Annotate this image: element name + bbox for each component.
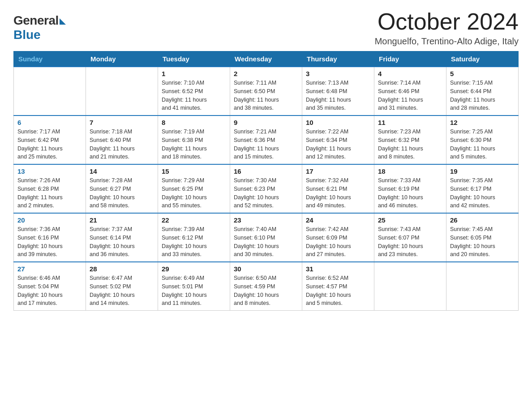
calendar-cell: 27Sunrise: 6:46 AM Sunset: 5:04 PM Dayli… <box>14 262 86 311</box>
day-number: 1 <box>162 70 226 77</box>
day-number: 30 <box>234 265 298 273</box>
day-number: 14 <box>90 167 154 175</box>
weekday-header-thursday: Thursday <box>302 51 374 67</box>
day-info: Sunrise: 7:19 AM Sunset: 6:38 PM Dayligh… <box>162 128 226 161</box>
weekday-header-sunday: Sunday <box>14 51 86 67</box>
day-number: 16 <box>234 167 298 175</box>
calendar-cell: 15Sunrise: 7:29 AM Sunset: 6:25 PM Dayli… <box>158 164 230 213</box>
calendar-cell <box>86 67 158 116</box>
day-info: Sunrise: 7:42 AM Sunset: 6:09 PM Dayligh… <box>306 225 370 259</box>
day-info: Sunrise: 7:17 AM Sunset: 6:42 PM Dayligh… <box>17 128 82 161</box>
day-info: Sunrise: 7:22 AM Sunset: 6:34 PM Dayligh… <box>306 128 370 161</box>
day-number: 23 <box>234 216 298 224</box>
day-info: Sunrise: 7:45 AM Sunset: 6:05 PM Dayligh… <box>450 225 515 259</box>
week-row-4: 20Sunrise: 7:36 AM Sunset: 6:16 PM Dayli… <box>14 213 519 262</box>
day-info: Sunrise: 6:47 AM Sunset: 5:02 PM Dayligh… <box>90 274 154 308</box>
calendar-cell: 18Sunrise: 7:33 AM Sunset: 6:19 PM Dayli… <box>374 164 446 213</box>
calendar-cell: 31Sunrise: 6:52 AM Sunset: 4:57 PM Dayli… <box>302 262 374 311</box>
weekday-header-monday: Monday <box>86 51 158 67</box>
day-info: Sunrise: 7:40 AM Sunset: 6:10 PM Dayligh… <box>234 225 298 259</box>
day-number: 12 <box>450 119 515 126</box>
page-header: General Blue October 2024 Monguelfo, Tre… <box>13 9 519 47</box>
day-info: Sunrise: 7:15 AM Sunset: 6:44 PM Dayligh… <box>450 79 515 112</box>
calendar-cell: 26Sunrise: 7:45 AM Sunset: 6:05 PM Dayli… <box>446 213 519 262</box>
calendar-cell: 28Sunrise: 6:47 AM Sunset: 5:02 PM Dayli… <box>86 262 158 311</box>
day-info: Sunrise: 7:32 AM Sunset: 6:21 PM Dayligh… <box>306 176 370 210</box>
calendar-cell: 10Sunrise: 7:22 AM Sunset: 6:34 PM Dayli… <box>302 116 374 164</box>
calendar-cell: 23Sunrise: 7:40 AM Sunset: 6:10 PM Dayli… <box>230 213 302 262</box>
calendar-cell: 9Sunrise: 7:21 AM Sunset: 6:36 PM Daylig… <box>230 116 302 164</box>
calendar-cell: 21Sunrise: 7:37 AM Sunset: 6:14 PM Dayli… <box>86 213 158 262</box>
calendar-cell: 22Sunrise: 7:39 AM Sunset: 6:12 PM Dayli… <box>158 213 230 262</box>
day-number: 22 <box>162 216 226 224</box>
day-info: Sunrise: 6:52 AM Sunset: 4:57 PM Dayligh… <box>306 274 370 308</box>
day-number: 26 <box>450 216 515 224</box>
calendar-cell: 2Sunrise: 7:11 AM Sunset: 6:50 PM Daylig… <box>230 67 302 116</box>
weekday-header-saturday: Saturday <box>446 51 519 67</box>
logo-general-text: General <box>13 13 59 28</box>
day-number: 18 <box>378 167 442 175</box>
day-info: Sunrise: 7:30 AM Sunset: 6:23 PM Dayligh… <box>234 176 298 210</box>
calendar-subtitle: Monguelfo, Trentino-Alto Adige, Italy <box>375 36 519 47</box>
day-info: Sunrise: 7:18 AM Sunset: 6:40 PM Dayligh… <box>90 128 154 161</box>
logo-blue-text: Blue <box>13 28 41 42</box>
calendar-table: SundayMondayTuesdayWednesdayThursdayFrid… <box>13 51 519 311</box>
day-info: Sunrise: 7:26 AM Sunset: 6:28 PM Dayligh… <box>17 176 82 210</box>
day-info: Sunrise: 7:33 AM Sunset: 6:19 PM Dayligh… <box>378 176 442 210</box>
day-info: Sunrise: 7:39 AM Sunset: 6:12 PM Dayligh… <box>162 225 226 259</box>
day-number: 2 <box>234 70 298 77</box>
day-number: 7 <box>90 119 154 126</box>
day-number: 19 <box>450 167 515 175</box>
day-number: 8 <box>162 119 226 126</box>
calendar-cell: 4Sunrise: 7:14 AM Sunset: 6:46 PM Daylig… <box>374 67 446 116</box>
day-number: 13 <box>17 167 82 175</box>
weekday-header-tuesday: Tuesday <box>158 51 230 67</box>
week-row-2: 6Sunrise: 7:17 AM Sunset: 6:42 PM Daylig… <box>14 116 519 164</box>
day-number: 10 <box>306 119 370 126</box>
weekday-header-row: SundayMondayTuesdayWednesdayThursdayFrid… <box>14 51 519 67</box>
week-row-3: 13Sunrise: 7:26 AM Sunset: 6:28 PM Dayli… <box>14 164 519 213</box>
day-number: 21 <box>90 216 154 224</box>
day-number: 11 <box>378 119 442 126</box>
calendar-cell: 20Sunrise: 7:36 AM Sunset: 6:16 PM Dayli… <box>14 213 86 262</box>
calendar-cell: 25Sunrise: 7:43 AM Sunset: 6:07 PM Dayli… <box>374 213 446 262</box>
day-info: Sunrise: 7:37 AM Sunset: 6:14 PM Dayligh… <box>90 225 154 259</box>
day-number: 6 <box>17 119 82 126</box>
logo-triangle-icon <box>60 18 66 25</box>
title-block: October 2024 Monguelfo, Trentino-Alto Ad… <box>375 9 519 47</box>
day-info: Sunrise: 7:36 AM Sunset: 6:16 PM Dayligh… <box>17 225 82 259</box>
day-number: 28 <box>90 265 154 273</box>
day-info: Sunrise: 7:43 AM Sunset: 6:07 PM Dayligh… <box>378 225 442 259</box>
day-number: 29 <box>162 265 226 273</box>
day-number: 4 <box>378 70 442 77</box>
day-info: Sunrise: 7:23 AM Sunset: 6:32 PM Dayligh… <box>378 128 442 161</box>
calendar-cell <box>14 67 86 116</box>
calendar-cell: 6Sunrise: 7:17 AM Sunset: 6:42 PM Daylig… <box>14 116 86 164</box>
day-info: Sunrise: 7:29 AM Sunset: 6:25 PM Dayligh… <box>162 176 226 210</box>
calendar-cell: 13Sunrise: 7:26 AM Sunset: 6:28 PM Dayli… <box>14 164 86 213</box>
day-number: 3 <box>306 70 370 77</box>
day-info: Sunrise: 6:49 AM Sunset: 5:01 PM Dayligh… <box>162 274 226 308</box>
day-number: 17 <box>306 167 370 175</box>
weekday-header-wednesday: Wednesday <box>230 51 302 67</box>
day-number: 9 <box>234 119 298 126</box>
day-info: Sunrise: 7:13 AM Sunset: 6:48 PM Dayligh… <box>306 79 370 112</box>
day-info: Sunrise: 6:50 AM Sunset: 4:59 PM Dayligh… <box>234 274 298 308</box>
day-number: 24 <box>306 216 370 224</box>
calendar-cell <box>446 262 519 311</box>
calendar-cell <box>374 262 446 311</box>
day-info: Sunrise: 7:21 AM Sunset: 6:36 PM Dayligh… <box>234 128 298 161</box>
day-info: Sunrise: 7:35 AM Sunset: 6:17 PM Dayligh… <box>450 176 515 210</box>
day-info: Sunrise: 7:10 AM Sunset: 6:52 PM Dayligh… <box>162 79 226 112</box>
calendar-cell: 24Sunrise: 7:42 AM Sunset: 6:09 PM Dayli… <box>302 213 374 262</box>
day-number: 5 <box>450 70 515 77</box>
calendar-cell: 3Sunrise: 7:13 AM Sunset: 6:48 PM Daylig… <box>302 67 374 116</box>
calendar-cell: 7Sunrise: 7:18 AM Sunset: 6:40 PM Daylig… <box>86 116 158 164</box>
calendar-cell: 19Sunrise: 7:35 AM Sunset: 6:17 PM Dayli… <box>446 164 519 213</box>
week-row-1: 1Sunrise: 7:10 AM Sunset: 6:52 PM Daylig… <box>14 67 519 116</box>
day-number: 15 <box>162 167 226 175</box>
calendar-cell: 8Sunrise: 7:19 AM Sunset: 6:38 PM Daylig… <box>158 116 230 164</box>
calendar-cell: 1Sunrise: 7:10 AM Sunset: 6:52 PM Daylig… <box>158 67 230 116</box>
day-info: Sunrise: 7:28 AM Sunset: 6:27 PM Dayligh… <box>90 176 154 210</box>
day-info: Sunrise: 7:11 AM Sunset: 6:50 PM Dayligh… <box>234 79 298 112</box>
